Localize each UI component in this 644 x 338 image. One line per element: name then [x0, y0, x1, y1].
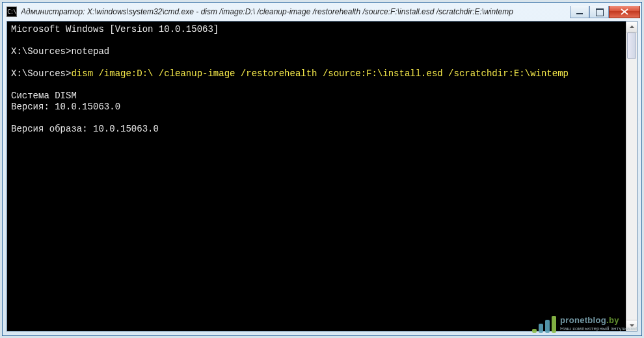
- console-prompt: X:\Sources>: [11, 68, 71, 79]
- maximize-button[interactable]: [589, 6, 609, 18]
- watermark: pronetblog.by Наш компьютерный энтузиазм…: [532, 316, 637, 333]
- console-line: Версия: 10.0.15063.0: [11, 102, 120, 112]
- cmd-window: C:\ Администратор: X:\windows\system32\c…: [2, 2, 642, 336]
- cmd-icon: C:\: [7, 7, 17, 17]
- console-line: Microsoft Windows [Version 10.0.15063]: [11, 24, 219, 35]
- window-controls: [570, 6, 640, 18]
- titlebar[interactable]: C:\ Администратор: X:\windows\system32\c…: [3, 3, 641, 21]
- console-line: Cистема DISM: [11, 91, 77, 101]
- console-output[interactable]: Microsoft Windows [Version 10.0.15063] X…: [7, 21, 626, 331]
- vertical-scrollbar[interactable]: [626, 21, 637, 331]
- console-cmd: notepad: [71, 46, 109, 57]
- client-area: Microsoft Windows [Version 10.0.15063] X…: [7, 21, 637, 331]
- console-line: Версия образа: 10.0.15063.0: [11, 124, 159, 134]
- scroll-up-button[interactable]: [626, 21, 637, 33]
- watermark-text: pronetblog.by Наш компьютерный энтузиазм…: [560, 316, 637, 333]
- minimize-button[interactable]: [570, 6, 589, 18]
- console-cmd-highlight: dism /image:D:\ /cleanup-image /restoreh…: [71, 68, 569, 79]
- window-title: Администратор: X:\windows\system32\cmd.e…: [21, 7, 566, 16]
- console-prompt: X:\Sources>: [11, 46, 71, 57]
- close-button[interactable]: [609, 6, 640, 18]
- watermark-bars-icon: [532, 316, 556, 333]
- scroll-track[interactable]: [626, 33, 637, 320]
- scroll-thumb[interactable]: [627, 33, 636, 59]
- svg-marker-0: [630, 25, 634, 28]
